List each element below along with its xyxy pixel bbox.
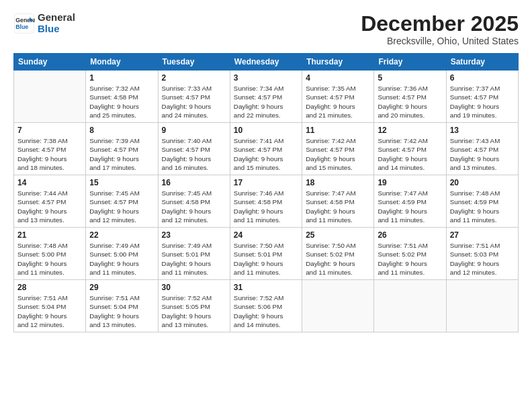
day-info: Sunrise: 7:52 AMSunset: 5:05 PMDaylight:… xyxy=(162,293,226,329)
calendar-cell: 10Sunrise: 7:41 AMSunset: 4:57 PMDayligh… xyxy=(230,123,302,175)
day-number: 7 xyxy=(17,126,82,135)
calendar-cell: 1Sunrise: 7:32 AMSunset: 4:58 PMDaylight… xyxy=(86,71,158,123)
month-title: December 2025 xyxy=(361,12,519,36)
calendar-cell: 4Sunrise: 7:35 AMSunset: 4:57 PMDaylight… xyxy=(302,71,374,123)
calendar-cell: 17Sunrise: 7:46 AMSunset: 4:58 PMDayligh… xyxy=(230,175,302,228)
day-info: Sunrise: 7:50 AMSunset: 5:02 PMDaylight:… xyxy=(306,241,370,277)
title-section: December 2025 Brecksville, Ohio, United … xyxy=(361,12,519,46)
logo-blue-text: Blue xyxy=(38,24,75,35)
day-number: 3 xyxy=(234,73,298,83)
day-info: Sunrise: 7:42 AMSunset: 4:57 PMDaylight:… xyxy=(306,136,370,172)
day-info: Sunrise: 7:32 AMSunset: 4:58 PMDaylight:… xyxy=(89,84,154,120)
day-info: Sunrise: 7:42 AMSunset: 4:57 PMDaylight:… xyxy=(378,136,442,172)
day-number: 10 xyxy=(234,126,298,135)
day-info: Sunrise: 7:51 AMSunset: 5:02 PMDaylight:… xyxy=(378,241,442,277)
calendar-week-1: 1Sunrise: 7:32 AMSunset: 4:58 PMDaylight… xyxy=(14,71,519,123)
header-saturday: Saturday xyxy=(446,54,518,71)
day-info: Sunrise: 7:51 AMSunset: 5:04 PMDaylight:… xyxy=(17,293,82,329)
header-thursday: Thursday xyxy=(302,54,374,71)
location: Brecksville, Ohio, United States xyxy=(361,36,519,46)
day-number: 31 xyxy=(234,283,298,292)
calendar-header: Sunday Monday Tuesday Wednesday Thursday… xyxy=(14,54,519,71)
day-number: 30 xyxy=(162,283,226,292)
day-number: 16 xyxy=(162,178,226,187)
day-info: Sunrise: 7:35 AMSunset: 4:57 PMDaylight:… xyxy=(306,84,370,120)
header-wednesday: Wednesday xyxy=(230,54,302,71)
day-info: Sunrise: 7:43 AMSunset: 4:57 PMDaylight:… xyxy=(450,136,515,172)
calendar-cell: 8Sunrise: 7:39 AMSunset: 4:57 PMDaylight… xyxy=(86,123,158,175)
calendar-cell: 5Sunrise: 7:36 AMSunset: 4:57 PMDaylight… xyxy=(374,71,446,123)
calendar-week-2: 7Sunrise: 7:38 AMSunset: 4:57 PMDaylight… xyxy=(14,123,519,175)
day-number: 13 xyxy=(450,126,515,135)
calendar-body: 1Sunrise: 7:32 AMSunset: 4:58 PMDaylight… xyxy=(14,71,519,332)
calendar-cell: 25Sunrise: 7:50 AMSunset: 5:02 PMDayligh… xyxy=(302,228,374,280)
logo: General Blue General Blue xyxy=(13,12,75,34)
calendar-cell xyxy=(446,280,518,332)
day-number: 5 xyxy=(378,73,442,83)
header: General Blue General Blue December 2025 … xyxy=(13,12,519,46)
calendar-cell: 7Sunrise: 7:38 AMSunset: 4:57 PMDaylight… xyxy=(14,123,86,175)
day-info: Sunrise: 7:41 AMSunset: 4:57 PMDaylight:… xyxy=(234,136,298,172)
svg-text:Blue: Blue xyxy=(15,24,28,30)
day-number: 21 xyxy=(17,230,82,240)
calendar-cell: 21Sunrise: 7:48 AMSunset: 5:00 PMDayligh… xyxy=(14,228,86,280)
logo-text: General Blue xyxy=(38,12,75,34)
day-number: 15 xyxy=(89,178,154,187)
day-number: 18 xyxy=(306,178,370,187)
page: General Blue General Blue December 2025 … xyxy=(0,0,532,411)
calendar-week-3: 14Sunrise: 7:44 AMSunset: 4:57 PMDayligh… xyxy=(14,175,519,228)
day-number: 4 xyxy=(306,73,370,83)
day-number: 24 xyxy=(234,230,298,240)
day-info: Sunrise: 7:37 AMSunset: 4:57 PMDaylight:… xyxy=(450,84,515,120)
logo-icon: General Blue xyxy=(13,13,35,34)
calendar-cell: 6Sunrise: 7:37 AMSunset: 4:57 PMDaylight… xyxy=(446,71,518,123)
day-info: Sunrise: 7:46 AMSunset: 4:58 PMDaylight:… xyxy=(234,189,298,224)
header-friday: Friday xyxy=(374,54,446,71)
day-info: Sunrise: 7:50 AMSunset: 5:01 PMDaylight:… xyxy=(234,241,298,277)
day-number: 2 xyxy=(162,73,226,83)
day-info: Sunrise: 7:47 AMSunset: 4:58 PMDaylight:… xyxy=(306,189,370,224)
calendar-week-5: 28Sunrise: 7:51 AMSunset: 5:04 PMDayligh… xyxy=(14,280,519,332)
header-monday: Monday xyxy=(86,54,158,71)
calendar-cell: 20Sunrise: 7:48 AMSunset: 4:59 PMDayligh… xyxy=(446,175,518,228)
calendar-cell: 16Sunrise: 7:45 AMSunset: 4:58 PMDayligh… xyxy=(158,175,230,228)
day-info: Sunrise: 7:39 AMSunset: 4:57 PMDaylight:… xyxy=(89,136,154,172)
day-info: Sunrise: 7:44 AMSunset: 4:57 PMDaylight:… xyxy=(17,189,82,224)
day-info: Sunrise: 7:48 AMSunset: 4:59 PMDaylight:… xyxy=(450,189,515,224)
header-sunday: Sunday xyxy=(14,54,86,71)
day-number: 23 xyxy=(162,230,226,240)
day-info: Sunrise: 7:40 AMSunset: 4:57 PMDaylight:… xyxy=(162,136,226,172)
calendar-cell: 30Sunrise: 7:52 AMSunset: 5:05 PMDayligh… xyxy=(158,280,230,332)
calendar-cell: 31Sunrise: 7:52 AMSunset: 5:06 PMDayligh… xyxy=(230,280,302,332)
calendar-cell: 29Sunrise: 7:51 AMSunset: 5:04 PMDayligh… xyxy=(86,280,158,332)
day-number: 17 xyxy=(234,178,298,187)
day-info: Sunrise: 7:45 AMSunset: 4:57 PMDaylight:… xyxy=(89,189,154,224)
calendar-cell: 15Sunrise: 7:45 AMSunset: 4:57 PMDayligh… xyxy=(86,175,158,228)
calendar-cell: 2Sunrise: 7:33 AMSunset: 4:57 PMDaylight… xyxy=(158,71,230,123)
day-info: Sunrise: 7:45 AMSunset: 4:58 PMDaylight:… xyxy=(162,189,226,224)
calendar-cell: 13Sunrise: 7:43 AMSunset: 4:57 PMDayligh… xyxy=(446,123,518,175)
day-number: 1 xyxy=(89,73,154,83)
day-number: 12 xyxy=(378,126,442,135)
day-info: Sunrise: 7:49 AMSunset: 5:01 PMDaylight:… xyxy=(162,241,226,277)
day-number: 19 xyxy=(378,178,442,187)
day-info: Sunrise: 7:36 AMSunset: 4:57 PMDaylight:… xyxy=(378,84,442,120)
day-number: 26 xyxy=(378,230,442,240)
calendar-cell: 14Sunrise: 7:44 AMSunset: 4:57 PMDayligh… xyxy=(14,175,86,228)
day-info: Sunrise: 7:51 AMSunset: 5:04 PMDaylight:… xyxy=(89,293,154,329)
day-number: 8 xyxy=(89,126,154,135)
calendar-cell: 9Sunrise: 7:40 AMSunset: 4:57 PMDaylight… xyxy=(158,123,230,175)
day-number: 9 xyxy=(162,126,226,135)
calendar-cell xyxy=(302,280,374,332)
calendar-cell: 12Sunrise: 7:42 AMSunset: 4:57 PMDayligh… xyxy=(374,123,446,175)
calendar-week-4: 21Sunrise: 7:48 AMSunset: 5:00 PMDayligh… xyxy=(14,228,519,280)
day-number: 22 xyxy=(89,230,154,240)
calendar-cell: 24Sunrise: 7:50 AMSunset: 5:01 PMDayligh… xyxy=(230,228,302,280)
day-number: 20 xyxy=(450,178,515,187)
day-info: Sunrise: 7:49 AMSunset: 5:00 PMDaylight:… xyxy=(89,241,154,277)
day-info: Sunrise: 7:34 AMSunset: 4:57 PMDaylight:… xyxy=(234,84,298,120)
logo-general-text: General xyxy=(38,12,75,24)
header-tuesday: Tuesday xyxy=(158,54,230,71)
day-number: 25 xyxy=(306,230,370,240)
day-info: Sunrise: 7:51 AMSunset: 5:03 PMDaylight:… xyxy=(450,241,515,277)
